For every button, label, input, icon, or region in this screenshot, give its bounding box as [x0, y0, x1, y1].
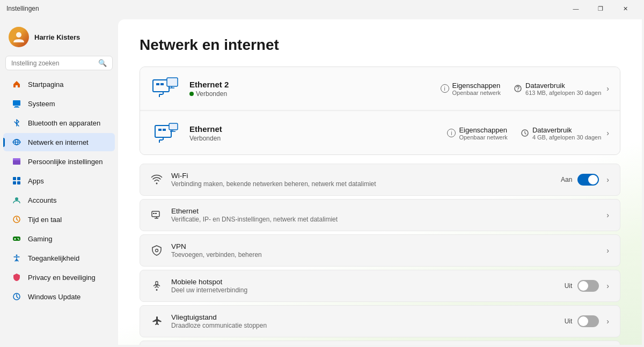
airplane-toggle[interactable]: [577, 315, 599, 327]
ethernet-properties[interactable]: i Eigenschappen Openbaar netwerk: [447, 126, 508, 141]
svg-rect-27: [167, 78, 178, 86]
svg-rect-24: [163, 92, 164, 94]
svg-rect-33: [158, 129, 162, 131]
maximize-button[interactable]: ❐: [588, 0, 613, 17]
apps-icon: [12, 176, 21, 186]
ethernet2-data[interactable]: Dataverbruik 613 MB, afgelopen 30 dagen …: [514, 82, 609, 96]
hotspot-desc: Deel uw internetverbinding: [171, 286, 556, 294]
toggle-thumb3: [579, 316, 588, 326]
ethernet2-card[interactable]: Ethernet 2 Verbonden i Eigenschappen Ope…: [140, 67, 620, 110]
minimize-button[interactable]: —: [564, 0, 588, 17]
svg-rect-38: [169, 123, 178, 130]
hotspot-toggle[interactable]: [577, 280, 599, 292]
wifi-toggle-label: Aan: [561, 176, 572, 183]
svg-point-19: [16, 255, 18, 256]
svg-rect-35: [163, 137, 164, 140]
svg-rect-3: [14, 107, 19, 108]
ethernet2-status: Verbonden: [189, 90, 432, 98]
wifi-desc: Verbinding maken, bekende netwerken behe…: [171, 180, 552, 188]
gaming-icon: [12, 234, 21, 243]
info-icon2: i: [447, 129, 456, 137]
sidebar-item-bluetooth[interactable]: Bluetooth en apparaten: [3, 114, 115, 132]
page-title: Netwerk en internet: [140, 36, 620, 54]
sidebar-item-gaming[interactable]: Gaming: [3, 230, 115, 248]
vpn-desc: Toevoegen, verbinden, beheren: [171, 251, 596, 259]
accessibility-icon: [12, 253, 21, 263]
ethernet2-info: Ethernet 2 Verbonden: [189, 80, 432, 98]
sidebar-label-tijd: Tijd en taal: [28, 216, 62, 224]
close-button[interactable]: ✕: [613, 0, 638, 17]
proxy-item[interactable]: Proxy Proxyserver voor Wi-Fi- en Etherne…: [140, 341, 620, 345]
svg-point-31: [517, 90, 518, 91]
ethernet-setting-right: ›: [604, 211, 609, 219]
sidebar-label-gaming: Gaming: [28, 235, 53, 243]
vpn-item[interactable]: VPN Toevoegen, verbinden, beheren ›: [140, 234, 620, 267]
user-profile[interactable]: Harrie Kisters: [0, 21, 118, 56]
eth-prop-sub: Openbaar netwerk: [459, 134, 508, 141]
ethernet2-properties[interactable]: i Eigenschappen Openbaar netwerk: [441, 82, 501, 96]
svg-point-12: [15, 197, 18, 201]
chevron-right-icon2: ›: [606, 129, 609, 137]
svg-rect-11: [17, 181, 20, 184]
sidebar-item-toegankelijkheid[interactable]: Toegankelijkheid: [3, 249, 115, 267]
search-input[interactable]: [11, 60, 95, 67]
airplane-icon: [151, 315, 163, 327]
prop-label: Eigenschappen: [452, 82, 501, 90]
airplane-text: Vliegtuigstand Draadloze communicatie st…: [171, 313, 556, 329]
clock-icon: [521, 129, 529, 137]
wifi-title: Wi-Fi: [171, 172, 552, 180]
avatar: [9, 27, 29, 47]
sidebar-item-netwerk[interactable]: Netwerk en internet: [3, 133, 115, 151]
ethernet-chevron: ›: [606, 211, 609, 219]
search-box[interactable]: 🔍: [5, 56, 113, 70]
toggle-thumb: [588, 175, 598, 184]
sidebar-item-accounts[interactable]: Accounts: [3, 191, 115, 209]
sidebar-item-privacy[interactable]: Privacy en beveiliging: [3, 268, 115, 286]
airplane-item[interactable]: Vliegtuigstand Draadloze communicatie st…: [140, 305, 620, 337]
update-icon: [12, 292, 21, 301]
sidebar-item-persoonlijk[interactable]: Persoonlijke instellingen: [3, 152, 115, 171]
eth-prop-label: Eigenschappen: [459, 126, 508, 134]
toggle-thumb2: [579, 281, 588, 291]
ethernet-data[interactable]: Dataverbruik 4 GB, afgelopen 30 dagen ›: [521, 126, 609, 141]
svg-rect-1: [13, 100, 20, 106]
hotspot-icon: [151, 280, 163, 292]
accounts-icon: [12, 195, 21, 205]
time-icon: [12, 215, 21, 224]
svg-rect-10: [13, 181, 16, 184]
network-cards: Ethernet 2 Verbonden i Eigenschappen Ope…: [140, 67, 620, 155]
ethernet-setting-item[interactable]: Ethernet Verificatie, IP- en DNS-instell…: [140, 199, 620, 231]
sidebar-item-systeem[interactable]: Systeem: [3, 94, 115, 113]
privacy-icon: [12, 272, 21, 282]
hotspot-item[interactable]: Mobiele hotspot Deel uw internetverbindi…: [140, 270, 620, 302]
ethernet-status: Verbonden: [189, 135, 438, 142]
sidebar-label-accounts: Accounts: [28, 196, 56, 204]
svg-rect-44: [155, 213, 157, 214]
sidebar-item-apps[interactable]: Apps: [3, 172, 115, 190]
airplane-title: Vliegtuigstand: [171, 313, 556, 321]
window-controls: — ❐ ✕: [564, 0, 638, 17]
sidebar-item-startpagina[interactable]: Startpagina: [3, 75, 115, 93]
data-label: Dataverbruik: [525, 82, 601, 90]
chevron-right-icon: ›: [606, 84, 609, 93]
ethernet-setting-title: Ethernet: [171, 207, 596, 215]
vpn-icon: [151, 245, 163, 256]
sidebar-item-update[interactable]: Windows Update: [3, 287, 115, 306]
eth-data-sub: 4 GB, afgelopen 30 dagen: [532, 134, 601, 141]
sidebar-item-tijd[interactable]: Tijd en taal: [3, 210, 115, 228]
hotspot-chevron: ›: [606, 282, 609, 290]
sidebar-label-systeem: Systeem: [28, 100, 55, 108]
svg-point-0: [16, 32, 21, 38]
wifi-item[interactable]: Wi-Fi Verbinding maken, bekende netwerke…: [140, 164, 620, 196]
wifi-chevron: ›: [606, 175, 609, 184]
svg-rect-9: [17, 177, 20, 180]
hotspot-right: Uit ›: [565, 280, 609, 292]
airplane-right: Uit ›: [565, 315, 609, 327]
wifi-toggle[interactable]: [577, 174, 599, 186]
ethernet-info: Ethernet Verbonden: [189, 124, 438, 142]
sidebar-label-update: Windows Update: [28, 293, 80, 301]
ethernet-card[interactable]: Ethernet Verbonden i Eigenschappen Openb…: [140, 112, 620, 154]
svg-rect-23: [160, 83, 164, 85]
vpn-text: VPN Toevoegen, verbinden, beheren: [171, 242, 596, 259]
ethernet2-name: Ethernet 2: [189, 80, 432, 89]
